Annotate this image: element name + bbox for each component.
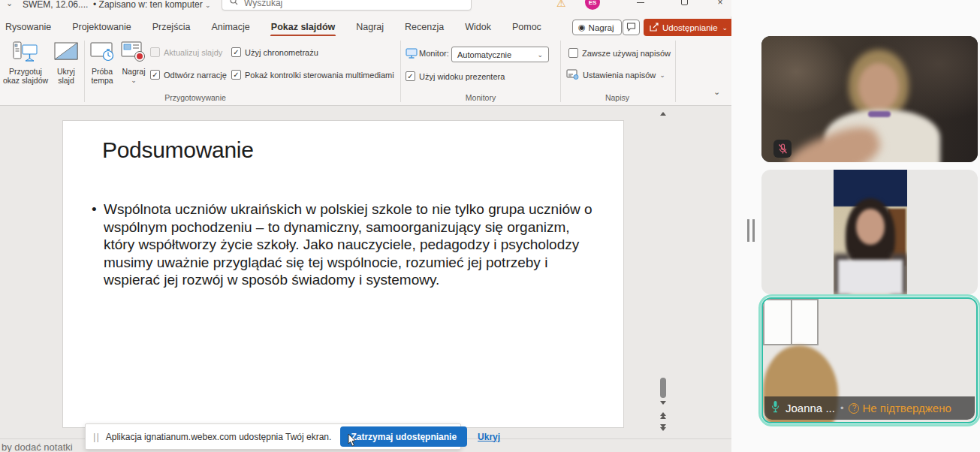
webex-video-panel: Joanna ... • ? Не підтверджено	[731, 0, 980, 452]
search-input[interactable]: Wyszukaj	[222, 0, 472, 11]
checkbox-always-captions[interactable]: Zawsze używaj napisów	[568, 48, 671, 58]
tab-nagraj[interactable]: Nagraj	[355, 20, 384, 38]
quick-access-chevron-icon[interactable]: ⌄	[6, 0, 13, 8]
tab-rysowanie[interactable]: Rysowanie	[5, 20, 52, 38]
monitor-label: Monitor:	[419, 49, 449, 58]
group-label-przygotowywanie: Przygotowywanie	[164, 93, 226, 102]
tab-pomoc[interactable]: Pomoc	[511, 20, 542, 38]
record-button-label: Nagraj	[589, 23, 614, 32]
checkbox-label: Użyj chronometrażu	[245, 48, 318, 57]
collapse-ribbon-chevron-icon[interactable]: ⌄	[713, 87, 720, 97]
next-slide-button[interactable]	[660, 424, 666, 430]
microphone-muted-icon	[773, 140, 792, 158]
checkbox-use-timings[interactable]: Użyj chronometrażu	[231, 47, 318, 57]
hide-slide-button[interactable]: Ukryj slajd	[50, 39, 83, 85]
participant-name-bar: Joanna ... • ? Не підтверджено	[764, 396, 975, 420]
scroll-up-arrow[interactable]	[660, 112, 666, 116]
slide-title[interactable]: Podsumowanie	[102, 137, 254, 163]
panel-drag-handle[interactable]	[747, 219, 755, 242]
search-icon	[230, 0, 238, 8]
ribbon-separator	[560, 41, 561, 102]
checkbox-box	[231, 70, 241, 80]
comments-button[interactable]	[623, 20, 640, 35]
participant-video-1[interactable]	[761, 36, 978, 162]
screen-share-banner: || Aplikacja ignatianum.webex.com udostę…	[85, 423, 461, 450]
participant-face	[856, 209, 885, 245]
record-slideshow-button[interactable]: Nagraj ⌄	[119, 39, 149, 85]
checkbox-box	[231, 47, 241, 57]
tab-recenzja[interactable]: Recenzja	[404, 20, 445, 38]
verification-status: ? Не підтверджено	[849, 402, 951, 414]
record-slideshow-label: Nagraj	[119, 67, 149, 76]
share-banner-message: Aplikacja ignatianum.webex.com udostępni…	[106, 432, 332, 442]
hide-slide-label: Ukryj slajd	[50, 67, 83, 85]
checkbox-play-narrations[interactable]: Odtwórz narrację	[150, 70, 227, 80]
checkbox-box	[150, 70, 160, 80]
tab-animacje[interactable]: Animacje	[210, 20, 250, 38]
record-slideshow-icon	[119, 39, 149, 65]
hide-banner-link[interactable]: Ukryj	[478, 432, 500, 442]
record-icon: ◉	[578, 23, 586, 32]
ribbon-separator	[675, 41, 676, 102]
active-speaker-border: Joanna ... • ? Не підтверджено	[758, 294, 980, 426]
rehearse-timings-label: Próba tempa	[86, 67, 119, 85]
chevron-down-icon: ⌄	[722, 24, 728, 32]
scrollbar-thumb[interactable]	[660, 378, 666, 398]
checkbox-show-media-controls[interactable]: Pokaż kontrolki sterowania multimediami	[231, 70, 394, 80]
close-button[interactable]: ×	[709, 0, 731, 9]
stop-sharing-button[interactable]: Zatrzymaj udostępnianie	[340, 426, 467, 447]
prepare-slideshow-icon	[2, 39, 50, 65]
rehearse-timings-button[interactable]: Próba tempa	[86, 39, 119, 85]
participant-video-3[interactable]: Joanna ... • ? Не підтверджено	[761, 297, 978, 423]
chevron-down-icon: ⌄	[537, 51, 543, 59]
checkbox-label: Pokaż kontrolki sterowania multimediami	[245, 71, 394, 80]
screen: ⌄ SWEM, 12.06.... • Zapisano w: ten komp…	[0, 0, 980, 452]
checkbox-label: Zawsze używaj napisów	[582, 49, 671, 58]
microphone-active-icon	[770, 400, 780, 416]
group-label-monitory: Monitory	[466, 93, 496, 102]
slide-canvas[interactable]: Podsumowanie • Wspólnota uczniów ukraińs…	[62, 120, 624, 428]
chevron-down-icon: ⌄	[119, 76, 149, 85]
checkbox-presenter-view[interactable]: Użyj widoku prezentera	[406, 71, 505, 81]
checkbox-box	[150, 47, 160, 57]
record-button[interactable]: ◉ Nagraj	[572, 20, 622, 35]
maximize-button[interactable]	[673, 0, 695, 9]
chevron-down-icon: ⌄	[659, 71, 665, 79]
previous-slide-button[interactable]	[660, 412, 666, 418]
separator-dot: •	[840, 402, 844, 414]
caption-settings-icon	[566, 69, 579, 81]
banner-drag-handle-icon[interactable]: ||	[93, 431, 100, 442]
mouse-cursor	[347, 433, 359, 451]
warning-icon[interactable]: ⚠	[556, 0, 566, 9]
scroll-down-arrow[interactable]	[660, 401, 666, 405]
minimize-button[interactable]	[629, 0, 652, 9]
tab-widok[interactable]: Widok	[464, 20, 492, 38]
prepare-slideshow-button[interactable]: Przygotuj okaz slajdów	[2, 39, 50, 85]
vertical-scrollbar[interactable]	[657, 106, 669, 452]
prepare-slideshow-label: Przygotuj okaz slajdów	[2, 67, 50, 85]
search-placeholder: Wyszukaj	[244, 0, 282, 8]
participant-video-2[interactable]	[761, 170, 978, 294]
monitor-dropdown[interactable]: Automatycznie ⌄	[451, 47, 549, 62]
notes-placeholder[interactable]: by dodać notatki	[2, 441, 73, 452]
bullet-icon: •	[92, 200, 104, 289]
slide-body-text[interactable]: • Wspólnota uczniów ukraińskich w polski…	[92, 200, 599, 289]
share-button[interactable]: Udostępnianie ⌄	[644, 19, 734, 36]
checkbox-update-slides[interactable]: Aktualizuj slajdy	[150, 47, 222, 57]
tab-pokaz-slajdow[interactable]: Pokaz slajdów	[270, 20, 336, 38]
participant-shirt	[838, 260, 903, 294]
document-title[interactable]: SWEM, 12.06.... • Zapisano w: ten komput…	[23, 0, 211, 10]
tab-przejscia[interactable]: Przejścia	[152, 20, 191, 38]
caption-settings-button[interactable]: Ustawienia napisów ⌄	[566, 69, 665, 81]
checkbox-label: Aktualizuj slajdy	[164, 48, 222, 57]
participant-face	[858, 63, 899, 111]
tab-projektowanie[interactable]: Projektowanie	[71, 20, 132, 38]
ribbon-tab-row: Rysowanie Projektowanie Przejścia Animac…	[5, 20, 542, 38]
comment-bubble-icon	[626, 21, 636, 35]
rehearse-timings-icon	[86, 39, 119, 65]
ribbon-separator	[84, 41, 85, 102]
ribbon: Przygotuj okaz slajdów Ukryj slajd Próba…	[0, 36, 731, 106]
background-window	[763, 299, 819, 345]
avatar[interactable]: ES	[585, 0, 600, 10]
bullet-text: Wspólnota uczniów ukraińskich w polskiej…	[104, 200, 599, 289]
